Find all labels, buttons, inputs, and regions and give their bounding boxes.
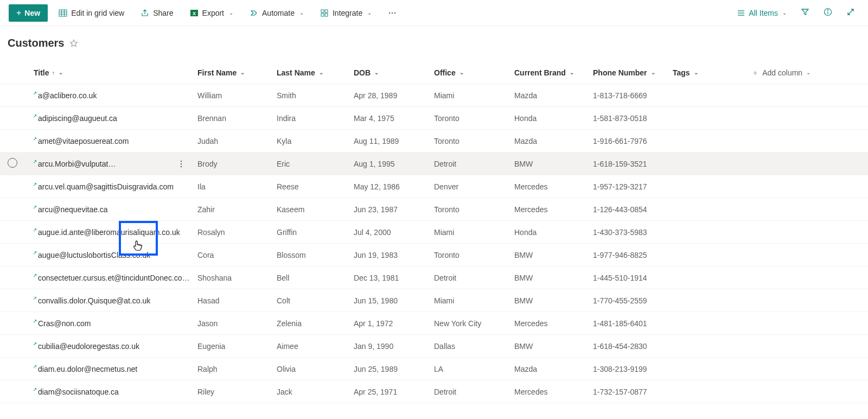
cell-title[interactable]: ↗ adipiscing@augueut.ca [34, 114, 197, 123]
svg-rect-7 [321, 10, 324, 12]
list-header: Customers [0, 37, 868, 49]
integrate-button[interactable]: Integrate ⌄ [315, 4, 377, 22]
chevron-down-icon: ⌄ [782, 10, 787, 16]
column-brand-label: Current Brand [514, 68, 566, 77]
cell-title[interactable]: ↗ consectetuer.cursus.et@tinciduntDonec.… [34, 274, 197, 282]
table-row[interactable]: ↗ arcu.Morbi@vulputatedu... Brody Eric A… [0, 153, 868, 175]
add-column-button[interactable]: + Add column ⌄ [753, 68, 829, 77]
link-icon: ↗ [34, 319, 37, 324]
svg-point-12 [392, 12, 393, 13]
cell-title[interactable]: ↗ convallis.dolor.Quisque@at.co.uk [34, 296, 197, 305]
chevron-down-icon: ⌄ [299, 10, 304, 16]
table-row[interactable]: ↗ Cras@non.com Jason Zelenia Apr 1, 1972… [0, 312, 868, 335]
cell-title[interactable]: ↗ arcu.Morbi@vulputatedu... [34, 160, 197, 168]
cell-first-name: Ila [197, 182, 277, 191]
table-row[interactable]: ↗ cubilia@eudoloregestas.co.uk Eugenia A… [0, 335, 868, 358]
cell-brand: Mazda [514, 137, 593, 145]
table-row[interactable]: ↗ arcu@nequevitae.ca Zahir Kaseem Jun 23… [0, 198, 868, 221]
table-row[interactable]: ↗ augue@luctuslobortisClass.co.uk Cora B… [0, 244, 868, 266]
table-row[interactable]: ↗ arcu.vel.quam@sagittisDuisgravida.com … [0, 175, 868, 198]
cell-first-name: Brennan [197, 114, 277, 123]
svg-point-20 [181, 160, 182, 161]
select-circle-icon[interactable] [8, 158, 17, 168]
row-select[interactable] [8, 158, 34, 169]
cell-first-name: Cora [197, 251, 277, 259]
expand-icon [846, 8, 855, 18]
column-title[interactable]: Title ↑ ⌄ [34, 68, 197, 77]
column-first-name[interactable]: First Name ⌄ [197, 68, 277, 77]
cell-brand: Mercedes [514, 205, 593, 214]
cell-phone: 1-916-661-7976 [593, 137, 673, 145]
table-row[interactable]: ↗ amet@vitaeposuereat.com Judah Kyla Aug… [0, 130, 868, 153]
cell-title[interactable]: ↗ augue.id.ante@liberomaurisaliquam.co.u… [34, 228, 197, 237]
column-tags[interactable]: Tags ⌄ [673, 68, 753, 77]
cell-title[interactable]: ↗ cubilia@eudoloregestas.co.uk [34, 342, 197, 351]
column-dob[interactable]: DOB ⌄ [354, 68, 434, 77]
automate-button[interactable]: Automate ⌄ [244, 4, 309, 22]
excel-icon: X [190, 9, 199, 17]
share-row-button[interactable] [194, 160, 197, 168]
cell-title[interactable]: ↗ arcu.vel.quam@sagittisDuisgravida.com [34, 182, 197, 191]
share-label: Share [153, 9, 173, 17]
table-row[interactable]: ↗ consectetuer.cursus.et@tinciduntDonec.… [0, 266, 868, 289]
column-office-label: Office [434, 68, 456, 77]
cell-title[interactable]: ↗ diam@sociisnatoque.ca [34, 388, 197, 396]
title-text: convallis.dolor.Quisque@at.co.uk [38, 296, 150, 305]
sort-asc-icon: ↑ [52, 69, 55, 76]
cell-phone: 1-481-185-6401 [593, 319, 673, 328]
command-bar: + New Edit in grid view Share X Export ⌄… [0, 0, 868, 26]
cell-brand: Mercedes [514, 182, 593, 191]
overflow-button[interactable] [382, 4, 402, 22]
table-row[interactable]: ↗ diam.eu.dolor@necmetus.net Ralph Olivi… [0, 358, 868, 380]
more-actions-button[interactable] [175, 160, 188, 168]
cell-title[interactable]: ↗ amet@vitaeposuereat.com [34, 137, 197, 145]
table-row[interactable]: ↗ adipiscing@augueut.ca Brennan Indira M… [0, 107, 868, 130]
cell-dob: Mar 4, 1975 [354, 114, 434, 123]
column-brand[interactable]: Current Brand ⌄ [514, 68, 593, 77]
cell-title[interactable]: ↗ Cras@non.com [34, 319, 197, 328]
cell-title[interactable]: ↗ arcu@nequevitae.ca [34, 205, 197, 214]
chevron-down-icon: ⌄ [240, 69, 245, 75]
link-icon: ↗ [34, 182, 37, 187]
info-button[interactable] [819, 4, 837, 22]
chevron-down-icon: ⌄ [374, 69, 379, 75]
column-tags-label: Tags [673, 68, 690, 77]
table-row[interactable]: ↗ diam@sociisnatoque.ca Riley Jack Apr 2… [0, 380, 868, 403]
view-selector[interactable]: All Items ⌄ [732, 4, 791, 22]
table-row[interactable]: ↗ augue.id.ante@liberomaurisaliquam.co.u… [0, 221, 868, 244]
cell-last-name: Griffin [277, 228, 354, 237]
cell-last-name: Blossom [277, 251, 354, 259]
cell-title[interactable]: ↗ augue@luctuslobortisClass.co.uk [34, 251, 197, 259]
cell-phone: 1-618-159-3521 [593, 160, 673, 168]
export-button[interactable]: X Export ⌄ [184, 4, 239, 22]
filter-button[interactable] [796, 4, 814, 22]
favorite-star-icon[interactable] [69, 39, 78, 48]
share-button[interactable]: Share [135, 4, 178, 22]
chevron-down-icon: ⌄ [459, 69, 464, 75]
link-icon: ↗ [34, 228, 37, 233]
link-icon: ↗ [34, 91, 37, 96]
add-column-label: Add column [762, 68, 802, 77]
cell-brand: BMW [514, 296, 593, 305]
cell-dob: Apr 28, 1989 [354, 91, 434, 100]
column-office[interactable]: Office ⌄ [434, 68, 514, 77]
cell-first-name: Rosalyn [197, 228, 277, 237]
column-last-name[interactable]: Last Name ⌄ [277, 68, 354, 77]
cell-brand: BMW [514, 251, 593, 259]
expand-button[interactable] [842, 4, 859, 22]
cell-brand: Mercedes [514, 388, 593, 396]
cell-title[interactable]: ↗ diam.eu.dolor@necmetus.net [34, 365, 197, 373]
new-button[interactable]: + New [9, 4, 48, 22]
edit-grid-button[interactable]: Edit in grid view [53, 4, 130, 22]
integrate-icon [320, 9, 329, 17]
cell-brand: Mazda [514, 365, 593, 373]
cell-dob: Jun 19, 1983 [354, 251, 434, 259]
column-phone[interactable]: Phone Number ⌄ [593, 68, 673, 77]
table-row[interactable]: ↗ convallis.dolor.Quisque@at.co.uk Hasad… [0, 289, 868, 312]
cell-first-name: Jason [197, 319, 277, 328]
cell-last-name: Jack [277, 388, 354, 396]
cell-office: Toronto [434, 114, 514, 123]
cell-last-name: Colt [277, 296, 354, 305]
cell-title[interactable]: ↗ a@aclibero.co.uk [34, 91, 197, 100]
table-row[interactable]: ↗ a@aclibero.co.uk William Smith Apr 28,… [0, 84, 868, 107]
